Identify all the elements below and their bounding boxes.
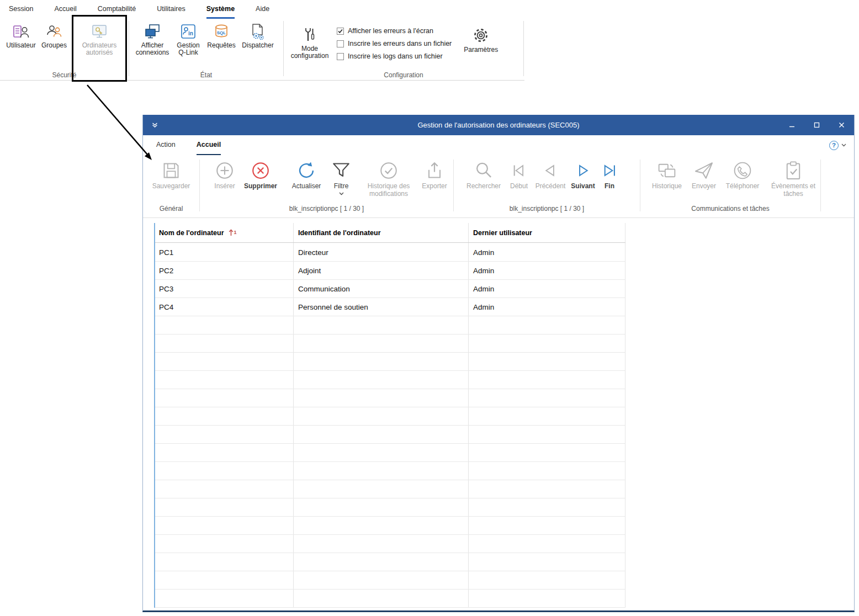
monitors-icon [144, 23, 161, 40]
ribbon-group-securite: Utilisateur Groupes [0, 19, 129, 81]
search-icon [473, 160, 495, 182]
envoyer-label: Envoyer [692, 183, 716, 190]
maximize-icon [814, 122, 820, 128]
dialog-group-records: Insérer Supprimer [200, 155, 453, 215]
dialog-tab-bar: Action Accueil ? [143, 135, 854, 155]
sauvegarder-button[interactable]: Sauvegarder [147, 158, 195, 190]
filtre-label: Filtre [334, 183, 349, 190]
sort-ascending-icon[interactable]: 1 [229, 229, 237, 236]
close-button[interactable] [829, 115, 854, 135]
checkbox-unchecked-icon[interactable] [337, 40, 344, 47]
requetes-label: Requêtes [207, 42, 235, 49]
debut-button[interactable]: Début [506, 158, 532, 190]
requetes-button[interactable]: SQL Requêtes [204, 22, 238, 49]
debut-label: Début [510, 183, 528, 190]
dialog-tab-action[interactable]: Action [156, 135, 176, 155]
menu-tab-comptabilite[interactable]: Comptabilité [98, 0, 136, 19]
parametres-button[interactable]: Paramètres [459, 22, 502, 54]
supprimer-button[interactable]: Supprimer [241, 158, 280, 190]
inserer-button[interactable]: Insérer [209, 158, 241, 190]
dialog-tab-accueil[interactable]: Accueil [197, 135, 221, 155]
checkbox-unchecked-icon[interactable] [337, 53, 344, 60]
skip-end-icon [599, 160, 620, 182]
historique-label: Historique [652, 183, 682, 190]
group-separator [820, 160, 821, 211]
table-row[interactable]: PC1 Directeur Admin [154, 243, 625, 262]
table-header: Nom de l'ordinateur 1 Identifiant de l'o… [154, 223, 625, 243]
historique-modifications-label: Historique des modifications [360, 183, 417, 198]
filtre-button[interactable]: Filtre [327, 158, 356, 195]
menu-tab-systeme[interactable]: Système [206, 0, 235, 19]
dialog-title: Gestion de l'autorisation des ordinateur… [143, 121, 854, 129]
actualiser-label: Actualiser [292, 183, 321, 190]
minimize-button[interactable] [780, 115, 804, 135]
table-row[interactable]: PC2 Adjoint Admin [154, 262, 625, 280]
column-header-nom[interactable]: Nom de l'ordinateur 1 [154, 223, 293, 242]
column-header-dernier-utilisateur[interactable]: Dernier utilisateur [468, 223, 625, 242]
gestion-qlink-label: Gestion Q-Link [172, 42, 204, 56]
afficher-connexions-button[interactable]: Afficher connexions [132, 22, 172, 56]
checkbox-checked-icon[interactable] [337, 28, 344, 35]
menu-tab-aide[interactable]: Aide [256, 0, 269, 19]
mode-configuration-button[interactable]: Mode configuration [288, 22, 331, 60]
history-frames-icon [656, 160, 678, 182]
group-separator [523, 21, 524, 76]
actualiser-button[interactable]: Actualiser [286, 158, 327, 190]
dialog-group-caption-general: Général [143, 205, 199, 213]
telephoner-label: Téléphoner [726, 183, 760, 190]
precedent-button[interactable]: Précédent [532, 158, 569, 190]
suivant-button[interactable]: Suivant [569, 158, 597, 190]
help-icon[interactable]: ? [829, 141, 839, 150]
menu-tab-session[interactable]: Session [9, 0, 33, 19]
collapse-ribbon-icon[interactable] [152, 123, 158, 128]
dialog-group-navigation: Rechercher Début Précédent [454, 155, 640, 215]
dispatcher-button[interactable]: Dispatcher [238, 22, 277, 49]
ordinateurs-autorises-button[interactable]: Ordinateurs autorisés [73, 22, 126, 56]
dispatcher-label: Dispatcher [242, 42, 273, 49]
gear-icon [471, 26, 490, 45]
dialog-ribbon: Sauvegarder Général Insérer [143, 155, 854, 215]
group-caption-etat: État [129, 71, 283, 79]
next-triangle-icon [572, 160, 593, 182]
checkbox-afficher-erreurs[interactable]: Afficher les erreurs à l'écran [337, 27, 452, 35]
phone-icon [731, 160, 754, 182]
checkbox-inscrire-logs[interactable]: Inscrire les logs dans un fichier [337, 52, 452, 60]
users-group-icon [45, 23, 63, 40]
fin-button[interactable]: Fin [597, 158, 622, 190]
rechercher-button[interactable]: Rechercher [462, 158, 506, 190]
table-row[interactable]: PC3 Communication Admin [154, 280, 625, 298]
computer-key-icon [91, 23, 108, 40]
cell-utilisateur: Admin [468, 303, 625, 311]
utilisateur-button[interactable]: Utilisateur [3, 22, 39, 49]
checkbox-inscrire-erreurs[interactable]: Inscrire les erreurs dans un fichier [337, 40, 452, 47]
svg-text:in: in [188, 30, 193, 36]
filtre-chevron-down-icon[interactable] [339, 192, 344, 195]
utilisateur-label: Utilisateur [6, 42, 35, 49]
evenements-taches-button[interactable]: Évènements et tâches [767, 158, 819, 198]
groupes-button[interactable]: Groupes [39, 22, 70, 49]
menu-tab-accueil[interactable]: Accueil [54, 0, 76, 19]
checkbox-label: Inscrire les erreurs dans un fichier [348, 40, 452, 47]
historique-modifications-button[interactable]: Historique des modifications [360, 158, 417, 198]
gestion-qlink-button[interactable]: in Gestion Q-Link [172, 22, 204, 56]
ordinateurs-autorises-label: Ordinateurs autorisés [73, 42, 126, 56]
ribbon-group-etat: Afficher connexions in Gestion Q-Link [129, 19, 283, 81]
help-chevron-down-icon[interactable] [841, 144, 846, 147]
user-card-icon [12, 23, 30, 40]
screen: Session Accueil Comptabilité Utilitaires… [0, 0, 859, 616]
table-row[interactable]: PC4 Personnel de soutien Admin [154, 298, 625, 316]
column-header-label: Dernier utilisateur [473, 229, 532, 237]
fin-label: Fin [605, 183, 614, 190]
column-header-identifiant[interactable]: Identifiant de l'ordinateur [293, 223, 468, 242]
dialog-titlebar[interactable]: Gestion de l'autorisation des ordinateur… [143, 115, 854, 135]
rechercher-label: Rechercher [466, 183, 501, 190]
telephoner-button[interactable]: Téléphoner [721, 158, 764, 190]
exporter-button[interactable]: Exporter [417, 158, 452, 190]
checkbox-label: Inscrire les logs dans un fichier [348, 52, 443, 60]
table-body: PC1 Directeur Admin PC2 Adjoint Admin PC… [154, 243, 625, 608]
maximize-button[interactable] [804, 115, 829, 135]
historique-button[interactable]: Historique [647, 158, 687, 190]
envoyer-button[interactable]: Envoyer [687, 158, 721, 190]
cell-identifiant: Directeur [293, 248, 468, 257]
menu-tab-utilitaires[interactable]: Utilitaires [157, 0, 185, 19]
